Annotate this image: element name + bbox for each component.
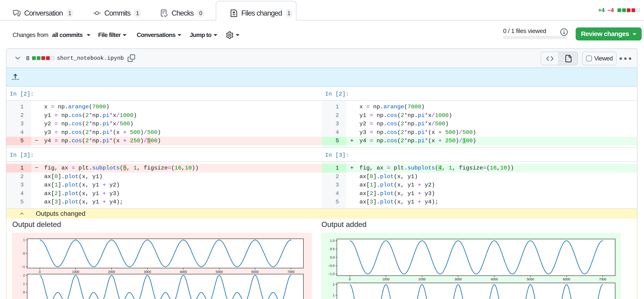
- svg-text:6000: 6000: [252, 270, 259, 274]
- svg-text:7000: 7000: [599, 278, 606, 281]
- svg-text:0: 0: [39, 270, 41, 274]
- svg-text:4000: 4000: [180, 270, 187, 274]
- svg-text:0.5: 0.5: [330, 247, 334, 251]
- svg-text:1: 1: [333, 294, 334, 297]
- svg-text:2: 2: [333, 283, 334, 286]
- svg-text:1000: 1000: [382, 278, 390, 281]
- svg-text:−1.0: −1.0: [328, 272, 334, 276]
- svg-text:1: 1: [23, 282, 25, 286]
- svg-text:−0.5: −0.5: [328, 264, 334, 268]
- svg-text:2000: 2000: [418, 278, 426, 281]
- svg-text:1000: 1000: [72, 270, 79, 274]
- svg-text:3000: 3000: [454, 278, 462, 281]
- svg-text:6000: 6000: [563, 278, 570, 281]
- svg-text:7000: 7000: [287, 270, 294, 274]
- svg-text:2: 2: [23, 274, 25, 277]
- svg-text:−1: −1: [21, 265, 25, 268]
- svg-text:0: 0: [23, 290, 25, 294]
- svg-text:4000: 4000: [490, 278, 498, 281]
- svg-text:3000: 3000: [144, 270, 151, 274]
- svg-text:5000: 5000: [216, 270, 223, 274]
- svg-text:1.0: 1.0: [330, 239, 334, 242]
- svg-text:5000: 5000: [526, 278, 534, 281]
- svg-text:1: 1: [23, 238, 25, 242]
- svg-text:2000: 2000: [108, 270, 115, 274]
- svg-text:0: 0: [349, 278, 350, 281]
- svg-text:0: 0: [23, 252, 25, 255]
- svg-text:0.0: 0.0: [330, 256, 334, 259]
